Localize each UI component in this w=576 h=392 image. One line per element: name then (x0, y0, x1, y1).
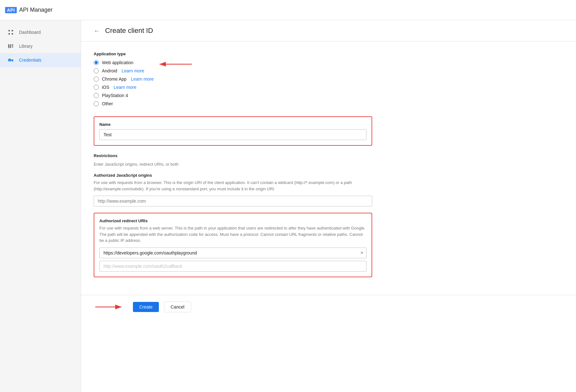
app-title: API Manager (19, 7, 53, 13)
app-logo: API API Manager (5, 7, 53, 13)
redirect-uris-section: Authorized redirect URIs For use with re… (94, 213, 372, 277)
cancel-button[interactable]: Cancel (164, 302, 191, 312)
chrome-app-learn-more-link[interactable]: Learn more (131, 77, 154, 82)
api-badge: API (5, 7, 17, 13)
library-label: Library (19, 44, 33, 49)
sidebar: Dashboard Library Credentials (0, 20, 81, 392)
radio-ios[interactable]: iOS Learn more (94, 85, 372, 90)
form-content: Application type Web application (81, 41, 385, 295)
js-origins-title: Authorized JavaScript origins (94, 173, 372, 178)
redirect-uri-empty-input[interactable] (99, 261, 366, 272)
radio-web-app[interactable]: Web application (94, 60, 372, 65)
dashboard-icon (8, 29, 14, 35)
radio-ps4-input[interactable] (94, 93, 99, 98)
svg-point-0 (9, 30, 10, 32)
radio-android-label: Android (102, 68, 117, 73)
clear-uri-button[interactable]: × (360, 250, 363, 255)
redirect-uris-title: Authorized redirect URIs (99, 218, 366, 223)
svg-point-3 (12, 33, 13, 35)
radio-other-input[interactable] (94, 101, 99, 106)
svg-rect-8 (11, 47, 13, 47)
js-origins-section: Authorized JavaScript origins For use wi… (94, 173, 372, 206)
web-app-arrow (157, 61, 195, 68)
page-header: ← Create client ID (81, 20, 576, 41)
app-type-label: Application type (94, 52, 372, 56)
radio-group-app-type: Web application Android Learn more (94, 60, 372, 106)
restrictions-desc: Enter JavaScript origins, redirect URIs,… (94, 162, 372, 167)
radio-chrome-app-input[interactable] (94, 77, 99, 82)
name-input[interactable] (99, 129, 366, 140)
restrictions-section: Restrictions Enter JavaScript origins, r… (94, 153, 372, 277)
js-origins-desc: For use with requests from a browser. Th… (94, 180, 372, 192)
radio-other-label: Other (102, 101, 113, 106)
create-arrow (94, 303, 125, 310)
radio-web-app-input[interactable] (94, 60, 99, 65)
create-arrow-svg (94, 303, 125, 310)
sidebar-item-library[interactable]: Library (0, 39, 81, 53)
redirect-uris-desc: For use with requests from a web server.… (99, 225, 366, 244)
radio-android-input[interactable] (94, 68, 99, 73)
sidebar-item-dashboard[interactable]: Dashboard (0, 25, 81, 39)
radio-ps4-label: PlayStation 4 (102, 93, 128, 98)
redirect-uri-empty-wrapper (99, 261, 366, 272)
svg-point-2 (9, 33, 10, 35)
android-learn-more-link[interactable]: Learn more (122, 68, 144, 73)
radio-chrome-app-label: Chrome App (102, 77, 127, 82)
restrictions-label: Restrictions (94, 153, 372, 158)
credentials-label: Credentials (19, 58, 41, 63)
library-icon (8, 43, 14, 49)
ios-learn-more-link[interactable]: Learn more (114, 85, 136, 90)
radio-android[interactable]: Android Learn more (94, 68, 372, 73)
svg-rect-4 (8, 44, 9, 48)
radio-chrome-app[interactable]: Chrome App Learn more (94, 77, 372, 82)
js-origins-input[interactable] (94, 196, 372, 206)
radio-web-app-label: Web application (102, 60, 133, 65)
credentials-icon (8, 57, 14, 63)
dashboard-label: Dashboard (19, 30, 41, 35)
back-button[interactable]: ← (94, 27, 100, 34)
redirect-uri-filled-wrapper: × (99, 248, 366, 258)
radio-ps4[interactable]: PlayStation 4 (94, 93, 372, 98)
radio-ios-input[interactable] (94, 85, 99, 90)
page-title: Create client ID (105, 27, 153, 35)
name-label: Name (99, 122, 366, 127)
svg-rect-5 (10, 44, 11, 48)
radio-ios-label: iOS (102, 85, 109, 90)
svg-point-1 (12, 30, 13, 32)
action-bar: Create Cancel (81, 295, 576, 319)
name-section: Name (94, 116, 372, 146)
radio-other[interactable]: Other (94, 101, 372, 106)
main-content: ← Create client ID Application type Web … (81, 20, 576, 392)
create-button[interactable]: Create (133, 302, 159, 312)
svg-rect-7 (11, 46, 13, 46)
layout: Dashboard Library Credentials (0, 20, 576, 392)
header: API API Manager (0, 0, 576, 20)
redirect-uri-filled-input[interactable] (99, 248, 366, 258)
svg-rect-6 (11, 44, 13, 45)
sidebar-item-credentials[interactable]: Credentials (0, 53, 81, 67)
